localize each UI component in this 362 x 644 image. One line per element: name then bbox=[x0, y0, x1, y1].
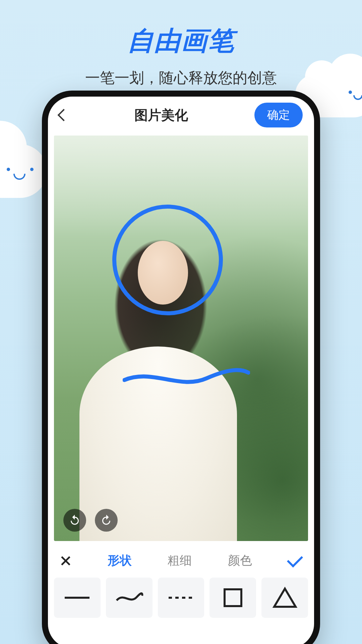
drawn-circle-annotation bbox=[112, 205, 223, 315]
undo-button[interactable] bbox=[63, 509, 86, 532]
shape-picker bbox=[48, 574, 314, 644]
svg-rect-2 bbox=[225, 589, 241, 606]
drawn-wave-annotation bbox=[123, 367, 250, 387]
phone-frame: 图片美化 确定 形状 粗细 颜色 bbox=[42, 91, 320, 644]
dash-icon bbox=[166, 591, 196, 604]
chevron-left-icon bbox=[58, 109, 70, 121]
close-icon bbox=[60, 555, 71, 567]
tab-thickness[interactable]: 粗细 bbox=[168, 552, 192, 569]
shape-dash[interactable] bbox=[158, 578, 204, 618]
tab-color[interactable]: 颜色 bbox=[228, 552, 252, 569]
undo-icon bbox=[69, 514, 81, 526]
image-canvas[interactable] bbox=[54, 136, 308, 541]
shape-triangle[interactable] bbox=[261, 578, 308, 618]
page-title: 图片美化 bbox=[134, 106, 188, 124]
topbar: 图片美化 确定 bbox=[48, 97, 314, 133]
shape-wave[interactable] bbox=[106, 578, 153, 618]
back-button[interactable] bbox=[59, 111, 68, 119]
shape-square[interactable] bbox=[209, 578, 256, 618]
wave-icon bbox=[114, 591, 144, 604]
check-icon bbox=[287, 551, 303, 567]
line-icon bbox=[62, 591, 92, 604]
close-button[interactable] bbox=[60, 555, 71, 567]
tab-shape[interactable]: 形状 bbox=[108, 552, 132, 569]
hero-title: 自由画笔 bbox=[0, 23, 362, 59]
confirm-button[interactable]: 确定 bbox=[254, 103, 303, 127]
redo-icon bbox=[100, 514, 112, 526]
decorative-cloud bbox=[0, 144, 47, 198]
tool-tabs: 形状 粗细 颜色 bbox=[48, 544, 314, 574]
phone-screen: 图片美化 确定 形状 粗细 颜色 bbox=[48, 97, 314, 644]
apply-button[interactable] bbox=[288, 558, 302, 564]
shape-line[interactable] bbox=[54, 578, 101, 618]
redo-button[interactable] bbox=[95, 509, 118, 532]
triangle-icon bbox=[272, 586, 298, 609]
square-icon bbox=[221, 586, 245, 609]
